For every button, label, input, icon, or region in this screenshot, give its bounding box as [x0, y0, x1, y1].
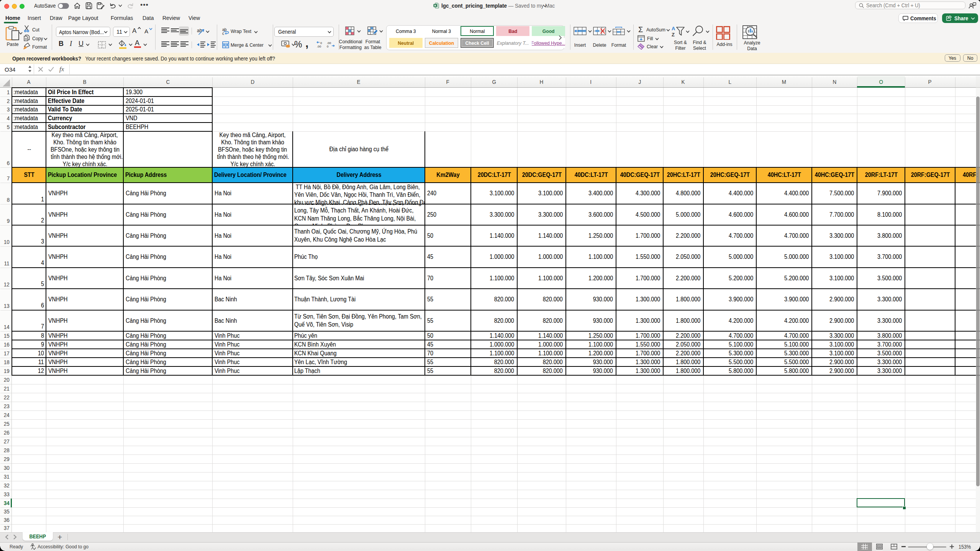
- svg-text:Z: Z: [672, 32, 675, 37]
- svg-text:A: A: [672, 26, 675, 31]
- svg-text:ab: ab: [197, 28, 202, 33]
- svg-text:.00: .00: [317, 45, 321, 48]
- svg-text:0: 0: [327, 45, 329, 48]
